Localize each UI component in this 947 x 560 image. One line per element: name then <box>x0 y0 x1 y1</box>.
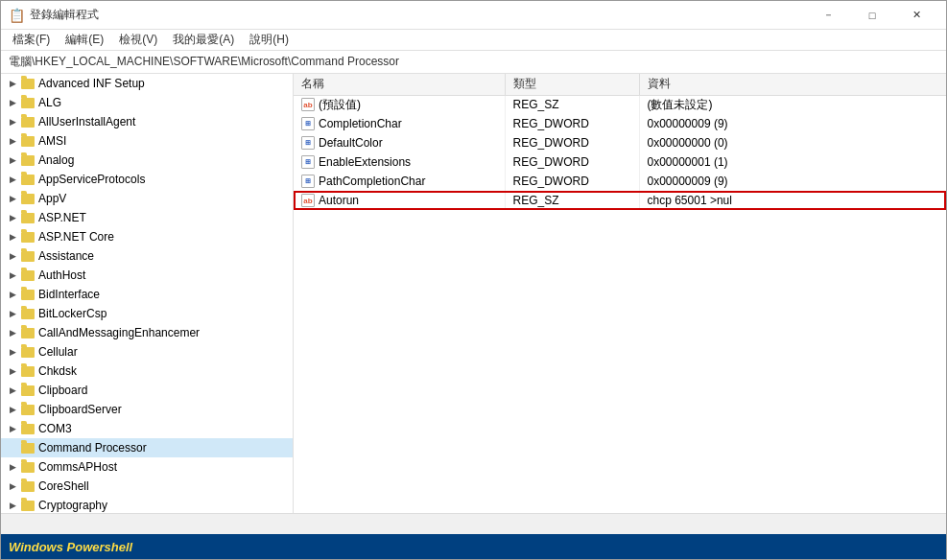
tree-expander-icon: ▶ <box>5 325 20 340</box>
folder-icon <box>20 152 36 168</box>
table-row[interactable]: ⊞DefaultColorREG_DWORD0x00000000 (0) <box>294 133 946 152</box>
tree-expander-icon: ▶ <box>5 172 20 187</box>
tree-item[interactable]: ▶ASP.NET <box>1 208 293 227</box>
data-type-cell: REG_DWORD <box>505 114 639 133</box>
tree-item[interactable]: ▶CoreShell <box>1 477 293 496</box>
tree-expander-icon: ▶ <box>5 210 20 225</box>
folder-icon <box>20 478 36 494</box>
data-name-cell: abAutorun <box>294 191 505 210</box>
table-row[interactable]: ⊞PathCompletionCharREG_DWORD0x00000009 (… <box>294 172 946 191</box>
tree-item-label: Clipboard <box>38 384 87 397</box>
tree-expander-icon: ▶ <box>5 229 20 245</box>
tree-item[interactable]: ▶Clipboard <box>1 381 293 400</box>
folder-icon <box>20 325 36 340</box>
table-row[interactable]: ⊞CompletionCharREG_DWORD0x00000009 (9) <box>294 114 946 133</box>
folder-icon <box>20 191 36 206</box>
data-panel[interactable]: 名稱 類型 資料 ab(預設值)REG_SZ(數值未設定)⊞Completion… <box>294 74 946 513</box>
tree-item[interactable]: Command Processor <box>1 438 293 457</box>
data-value-cell: 0x00000000 (0) <box>639 133 946 152</box>
menu-edit[interactable]: 編輯(E) <box>58 30 111 50</box>
title-bar-left: 📋 登錄編輯程式 <box>9 7 99 23</box>
tree-item[interactable]: ▶AppServiceProtocols <box>1 170 293 189</box>
data-name-label: CompletionChar <box>319 117 402 130</box>
folder-icon <box>20 114 36 129</box>
data-name-cell: ⊞EnableExtensions <box>294 152 505 172</box>
tree-item[interactable]: ▶ASP.NET Core <box>1 227 293 246</box>
tree-item[interactable]: ▶AMSI <box>1 131 293 151</box>
menu-favorites[interactable]: 我的最愛(A) <box>165 30 242 50</box>
table-row[interactable]: ⊞EnableExtensionsREG_DWORD0x00000001 (1) <box>294 152 946 172</box>
data-value-cell: 0x00000009 (9) <box>639 114 946 133</box>
table-row[interactable]: ab(預設值)REG_SZ(數值未設定) <box>294 95 946 114</box>
menu-help[interactable]: 說明(H) <box>242 30 296 50</box>
close-button[interactable]: ✕ <box>894 1 938 30</box>
bottom-bar: Windows Powershell <box>1 534 946 559</box>
tree-item[interactable]: ▶ClipboardServer <box>1 400 293 419</box>
data-type-cell: REG_DWORD <box>505 172 639 191</box>
folder-icon <box>20 363 36 379</box>
tree-expander-icon: ▶ <box>5 133 20 149</box>
tree-expander-icon: ▶ <box>5 306 20 321</box>
data-name-cell: ⊞DefaultColor <box>294 133 505 152</box>
tree-item-label: AllUserInstallAgent <box>38 115 135 128</box>
table-row[interactable]: abAutorunREG_SZchcp 65001 >nul <box>294 191 946 210</box>
tree-panel[interactable]: ▶Advanced INF Setup▶ALG▶AllUserInstallAg… <box>1 74 294 513</box>
tree-item-label: Analog <box>38 153 74 167</box>
reg-dword-icon: ⊞ <box>301 117 315 130</box>
bottom-text: Windows Powershell <box>9 540 132 554</box>
data-type-cell: REG_SZ <box>505 95 639 114</box>
folder-icon <box>20 229 36 245</box>
data-value-cell: (數值未設定) <box>639 95 946 114</box>
col-header-data[interactable]: 資料 <box>639 74 946 95</box>
tree-item[interactable]: ▶AppV <box>1 189 293 208</box>
tree-item-label: ASP.NET <box>38 211 86 224</box>
tree-item-label: Command Processor <box>38 441 147 455</box>
maximize-button[interactable]: □ <box>850 1 894 30</box>
status-bar <box>1 513 946 534</box>
data-type-cell: REG_DWORD <box>505 152 639 172</box>
col-header-name[interactable]: 名稱 <box>294 74 505 95</box>
data-name-label: Autorun <box>319 194 359 207</box>
tree-item-label: Chkdsk <box>38 364 77 378</box>
menu-file[interactable]: 檔案(F) <box>5 30 58 50</box>
folder-icon <box>20 402 36 417</box>
title-bar: 📋 登錄編輯程式 － □ ✕ <box>1 1 946 30</box>
tree-expander-icon: ▶ <box>5 268 20 283</box>
tree-item[interactable]: ▶COM3 <box>1 419 293 438</box>
tree-item[interactable]: ▶BitLockerCsp <box>1 304 293 323</box>
tree-item-label: ClipboardServer <box>38 403 122 416</box>
main-content: ▶Advanced INF Setup▶ALG▶AllUserInstallAg… <box>1 74 946 513</box>
tree-item[interactable]: ▶CommsAPHost <box>1 457 293 477</box>
tree-item-label: AuthHost <box>38 268 85 282</box>
tree-expander-icon: ▶ <box>5 248 20 264</box>
reg-dword-icon: ⊞ <box>301 136 315 150</box>
registry-editor-window: 📋 登錄編輯程式 － □ ✕ 檔案(F) 編輯(E) 檢視(V) 我的最愛(A)… <box>0 0 947 560</box>
data-value-cell: chcp 65001 >nul <box>639 191 946 210</box>
tree-item[interactable]: ▶BidInterface <box>1 285 293 304</box>
folder-icon <box>20 459 36 475</box>
col-header-type[interactable]: 類型 <box>505 74 639 95</box>
tree-expander-icon: ▶ <box>5 152 20 168</box>
folder-icon <box>20 440 36 455</box>
tree-expander-icon: ▶ <box>5 383 20 398</box>
tree-item[interactable]: ▶Advanced INF Setup <box>1 74 293 93</box>
tree-item[interactable]: ▶AllUserInstallAgent <box>1 112 293 131</box>
tree-item-label: COM3 <box>38 422 72 435</box>
tree-item-label: BitLockerCsp <box>38 307 107 320</box>
window-title: 登錄編輯程式 <box>30 7 99 23</box>
tree-item[interactable]: ▶Cryptography <box>1 496 293 513</box>
menu-view[interactable]: 檢視(V) <box>111 30 165 50</box>
tree-item[interactable]: ▶ALG <box>1 93 293 112</box>
folder-icon <box>20 421 36 436</box>
tree-item[interactable]: ▶Chkdsk <box>1 362 293 381</box>
folder-icon <box>20 306 36 321</box>
minimize-button[interactable]: － <box>806 1 850 30</box>
tree-expander-icon: ▶ <box>5 363 20 379</box>
tree-item[interactable]: ▶Analog <box>1 151 293 170</box>
tree-expander-icon: ▶ <box>5 114 20 129</box>
tree-item[interactable]: ▶Assistance <box>1 246 293 266</box>
tree-item[interactable]: ▶AuthHost <box>1 266 293 285</box>
tree-item[interactable]: ▶CallAndMessagingEnhancemer <box>1 323 293 342</box>
data-name-cell: ab(預設值) <box>294 95 505 114</box>
tree-item[interactable]: ▶Cellular <box>1 342 293 362</box>
